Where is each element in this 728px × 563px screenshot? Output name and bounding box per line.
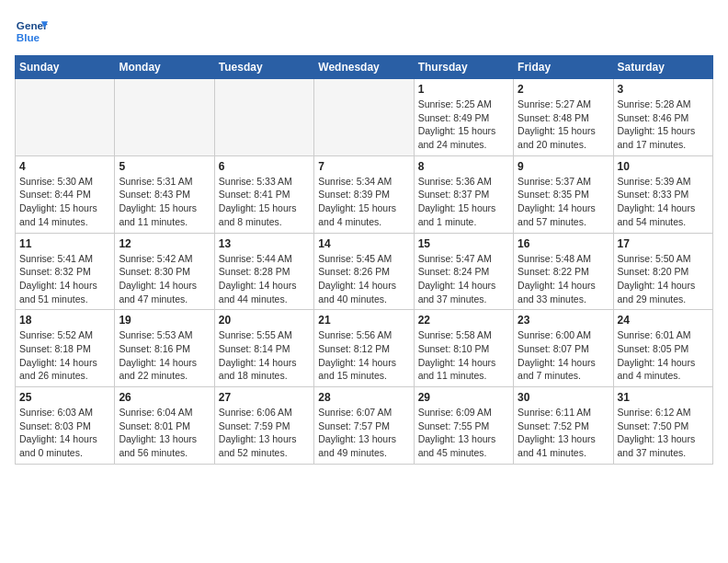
day-info: Sunrise: 6:04 AM Sunset: 8:01 PM Dayligh… <box>119 406 210 460</box>
day-info: Sunrise: 5:30 AM Sunset: 8:44 PM Dayligh… <box>19 175 110 229</box>
day-info: Sunrise: 5:27 AM Sunset: 8:48 PM Dayligh… <box>518 98 609 152</box>
day-info: Sunrise: 5:53 AM Sunset: 8:16 PM Dayligh… <box>119 328 210 383</box>
calendar-cell: 18Sunrise: 5:52 AM Sunset: 8:18 PM Dayli… <box>16 310 115 387</box>
week-row-3: 11Sunrise: 5:41 AM Sunset: 8:32 PM Dayli… <box>16 233 713 310</box>
calendar-cell: 24Sunrise: 6:01 AM Sunset: 8:05 PM Dayli… <box>613 310 712 387</box>
day-number: 17 <box>618 237 709 250</box>
day-info: Sunrise: 6:03 AM Sunset: 8:03 PM Dayligh… <box>19 406 110 460</box>
day-number: 6 <box>219 160 310 173</box>
day-number: 2 <box>518 83 609 96</box>
calendar-cell: 15Sunrise: 5:47 AM Sunset: 8:24 PM Dayli… <box>414 233 513 310</box>
calendar-cell: 10Sunrise: 5:39 AM Sunset: 8:33 PM Dayli… <box>613 155 712 233</box>
day-number: 29 <box>418 391 509 404</box>
weekday-header-sunday: Sunday <box>16 56 115 79</box>
svg-text:General: General <box>17 19 48 31</box>
day-number: 13 <box>219 237 310 250</box>
calendar-cell: 5Sunrise: 5:31 AM Sunset: 8:43 PM Daylig… <box>115 155 214 233</box>
logo-icon: General Blue <box>15 15 48 48</box>
day-info: Sunrise: 5:39 AM Sunset: 8:33 PM Dayligh… <box>618 175 709 229</box>
day-info: Sunrise: 5:34 AM Sunset: 8:39 PM Dayligh… <box>318 175 409 229</box>
calendar-cell: 1Sunrise: 5:25 AM Sunset: 8:49 PM Daylig… <box>414 79 513 156</box>
calendar-cell: 30Sunrise: 6:11 AM Sunset: 7:52 PM Dayli… <box>514 387 613 465</box>
week-row-5: 25Sunrise: 6:03 AM Sunset: 8:03 PM Dayli… <box>16 387 713 465</box>
day-number: 19 <box>119 314 210 327</box>
calendar-cell: 29Sunrise: 6:09 AM Sunset: 7:55 PM Dayli… <box>414 387 513 465</box>
day-number: 10 <box>618 160 709 173</box>
day-number: 4 <box>19 160 110 173</box>
day-number: 30 <box>518 391 609 404</box>
day-info: Sunrise: 5:56 AM Sunset: 8:12 PM Dayligh… <box>318 328 409 383</box>
calendar-cell <box>16 79 115 156</box>
day-number: 3 <box>618 83 709 96</box>
calendar-cell <box>115 79 214 156</box>
week-row-2: 4Sunrise: 5:30 AM Sunset: 8:44 PM Daylig… <box>16 155 713 233</box>
calendar-cell: 4Sunrise: 5:30 AM Sunset: 8:44 PM Daylig… <box>16 155 115 233</box>
day-info: Sunrise: 5:47 AM Sunset: 8:24 PM Dayligh… <box>418 252 509 306</box>
calendar-cell: 12Sunrise: 5:42 AM Sunset: 8:30 PM Dayli… <box>115 233 214 310</box>
calendar-cell: 2Sunrise: 5:27 AM Sunset: 8:48 PM Daylig… <box>514 79 613 156</box>
calendar-cell <box>314 79 414 156</box>
day-number: 23 <box>518 314 609 327</box>
day-info: Sunrise: 5:50 AM Sunset: 8:20 PM Dayligh… <box>618 252 709 306</box>
day-number: 16 <box>518 237 609 250</box>
day-number: 7 <box>318 160 409 173</box>
calendar-cell: 3Sunrise: 5:28 AM Sunset: 8:46 PM Daylig… <box>613 79 712 156</box>
day-info: Sunrise: 6:01 AM Sunset: 8:05 PM Dayligh… <box>618 328 709 383</box>
day-info: Sunrise: 6:12 AM Sunset: 7:50 PM Dayligh… <box>618 406 709 460</box>
day-info: Sunrise: 5:52 AM Sunset: 8:18 PM Dayligh… <box>19 328 110 383</box>
calendar-cell: 17Sunrise: 5:50 AM Sunset: 8:20 PM Dayli… <box>613 233 712 310</box>
day-info: Sunrise: 5:42 AM Sunset: 8:30 PM Dayligh… <box>119 252 210 306</box>
calendar-cell: 19Sunrise: 5:53 AM Sunset: 8:16 PM Dayli… <box>115 310 214 387</box>
calendar-cell: 26Sunrise: 6:04 AM Sunset: 8:01 PM Dayli… <box>115 387 214 465</box>
day-number: 8 <box>418 160 509 173</box>
day-number: 31 <box>618 391 709 404</box>
svg-text:Blue: Blue <box>17 31 40 43</box>
weekday-header-monday: Monday <box>115 56 214 79</box>
logo: General Blue <box>15 15 48 48</box>
calendar-cell: 22Sunrise: 5:58 AM Sunset: 8:10 PM Dayli… <box>414 310 513 387</box>
calendar-cell: 6Sunrise: 5:33 AM Sunset: 8:41 PM Daylig… <box>214 155 313 233</box>
day-number: 12 <box>119 237 210 250</box>
day-number: 27 <box>219 391 310 404</box>
day-number: 14 <box>318 237 409 250</box>
calendar-cell: 20Sunrise: 5:55 AM Sunset: 8:14 PM Dayli… <box>214 310 313 387</box>
calendar-cell: 28Sunrise: 6:07 AM Sunset: 7:57 PM Dayli… <box>314 387 414 465</box>
day-info: Sunrise: 5:41 AM Sunset: 8:32 PM Dayligh… <box>19 252 110 306</box>
calendar-header-row: SundayMondayTuesdayWednesdayThursdayFrid… <box>16 56 713 79</box>
day-info: Sunrise: 6:11 AM Sunset: 7:52 PM Dayligh… <box>518 406 609 460</box>
day-info: Sunrise: 6:09 AM Sunset: 7:55 PM Dayligh… <box>418 406 509 460</box>
day-info: Sunrise: 5:28 AM Sunset: 8:46 PM Dayligh… <box>618 98 709 152</box>
day-info: Sunrise: 6:07 AM Sunset: 7:57 PM Dayligh… <box>318 406 409 460</box>
day-info: Sunrise: 5:45 AM Sunset: 8:26 PM Dayligh… <box>318 252 409 306</box>
day-number: 9 <box>518 160 609 173</box>
calendar-table: SundayMondayTuesdayWednesdayThursdayFrid… <box>15 55 713 465</box>
calendar-cell: 14Sunrise: 5:45 AM Sunset: 8:26 PM Dayli… <box>314 233 414 310</box>
calendar-cell: 11Sunrise: 5:41 AM Sunset: 8:32 PM Dayli… <box>16 233 115 310</box>
calendar-cell: 21Sunrise: 5:56 AM Sunset: 8:12 PM Dayli… <box>314 310 414 387</box>
day-number: 28 <box>318 391 409 404</box>
page-header: General Blue <box>15 15 713 48</box>
day-number: 20 <box>219 314 310 327</box>
day-info: Sunrise: 5:33 AM Sunset: 8:41 PM Dayligh… <box>219 175 310 229</box>
day-number: 25 <box>19 391 110 404</box>
day-number: 21 <box>318 314 409 327</box>
day-number: 26 <box>119 391 210 404</box>
day-info: Sunrise: 5:58 AM Sunset: 8:10 PM Dayligh… <box>418 328 509 383</box>
weekday-header-wednesday: Wednesday <box>314 56 414 79</box>
weekday-header-saturday: Saturday <box>613 56 712 79</box>
day-number: 22 <box>418 314 509 327</box>
week-row-1: 1Sunrise: 5:25 AM Sunset: 8:49 PM Daylig… <box>16 79 713 156</box>
day-info: Sunrise: 5:37 AM Sunset: 8:35 PM Dayligh… <box>518 175 609 229</box>
weekday-header-thursday: Thursday <box>414 56 513 79</box>
day-number: 5 <box>119 160 210 173</box>
calendar-cell: 27Sunrise: 6:06 AM Sunset: 7:59 PM Dayli… <box>214 387 313 465</box>
weekday-header-friday: Friday <box>514 56 613 79</box>
day-number: 15 <box>418 237 509 250</box>
calendar-cell: 16Sunrise: 5:48 AM Sunset: 8:22 PM Dayli… <box>514 233 613 310</box>
calendar-cell: 13Sunrise: 5:44 AM Sunset: 8:28 PM Dayli… <box>214 233 313 310</box>
day-info: Sunrise: 5:48 AM Sunset: 8:22 PM Dayligh… <box>518 252 609 306</box>
day-info: Sunrise: 5:25 AM Sunset: 8:49 PM Dayligh… <box>418 98 509 152</box>
calendar-cell: 31Sunrise: 6:12 AM Sunset: 7:50 PM Dayli… <box>613 387 712 465</box>
day-number: 11 <box>19 237 110 250</box>
day-number: 24 <box>618 314 709 327</box>
